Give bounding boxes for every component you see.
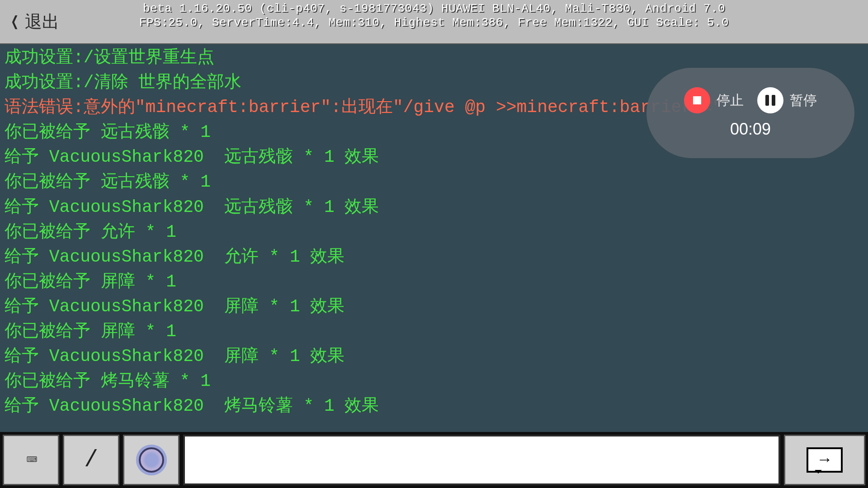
keyboard-icon: ⌨: [26, 449, 35, 471]
chat-line: 你已被给予 屏障 * 1: [5, 319, 859, 344]
debug-line-2: FPS:25.0, ServerTime:4.4, Mem:310, Highe…: [0, 16, 868, 30]
slash-icon: /: [84, 447, 98, 474]
chat-line: 你已被给予 屏障 * 1: [5, 269, 859, 294]
chat-line: 给予 VacuousShark820 屏障 * 1 效果: [5, 344, 859, 369]
settings-button[interactable]: [123, 435, 179, 485]
exit-button[interactable]: ❮ 退出: [0, 10, 59, 33]
chat-line: 你已被给予 允许 * 1: [5, 220, 859, 244]
recorder-stop-button[interactable]: 停止: [684, 87, 744, 113]
chat-line: 成功设置:/设置世界重生点: [5, 45, 859, 70]
recorder-controls: 停止 暂停: [684, 87, 817, 113]
recorder-stop-label: 停止: [717, 91, 744, 110]
debug-line-1: beta 1.16.20.50 (cli-p407, s-1981773043)…: [0, 2, 868, 16]
recorder-pause-label: 暂停: [790, 91, 817, 110]
exit-label: 退出: [25, 10, 59, 33]
send-button[interactable]: →: [784, 435, 865, 485]
chat-line: 你已被给予 远古残骸 * 1: [5, 169, 859, 194]
pause-icon: [757, 87, 783, 113]
chevron-left-icon: ❮: [11, 10, 19, 33]
chat-line: 你已被给予 烤马铃薯 * 1: [5, 369, 859, 394]
chat-line: 给予 VacuousShark820 允许 * 1 效果: [5, 244, 859, 269]
command-slash-button[interactable]: /: [63, 435, 119, 485]
bottom-bar: ⌨ / →: [0, 432, 868, 488]
chat-bubble-icon: →: [807, 447, 843, 473]
recorder-pause-button[interactable]: 暂停: [757, 87, 817, 113]
screen-recorder-overlay: 停止 暂停 00:09: [646, 68, 854, 158]
debug-overlay: beta 1.16.20.50 (cli-p407, s-1981773043)…: [0, 2, 868, 30]
chat-line: 给予 VacuousShark820 远古残骸 * 1 效果: [5, 195, 859, 220]
recorder-elapsed: 00:09: [730, 120, 771, 139]
gear-icon: [139, 447, 164, 473]
title-bar: ❮ 退出 beta 1.16.20.50 (cli-p407, s-198177…: [0, 0, 868, 44]
chat-input[interactable]: [183, 435, 780, 485]
chat-line: 给予 VacuousShark820 屏障 * 1 效果: [5, 294, 859, 319]
chat-line: 给予 VacuousShark820 烤马铃薯 * 1 效果: [5, 394, 859, 418]
keyboard-button[interactable]: ⌨: [3, 435, 59, 485]
stop-icon: [684, 87, 710, 113]
